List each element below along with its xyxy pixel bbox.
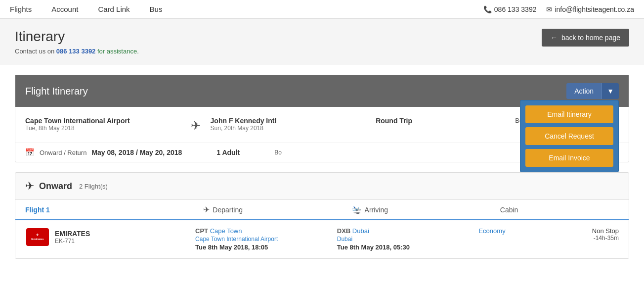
to-date: Sun, 20th May 2018 xyxy=(211,125,366,132)
non-stop-label: Non Stop xyxy=(592,227,619,235)
from-date: Tue, 8th May 2018 xyxy=(25,125,181,132)
depart-codes: CPT Cape Town xyxy=(195,227,337,235)
action-dropdown-toggle[interactable]: ▼ xyxy=(601,83,619,99)
email-itinerary-button[interactable]: Email Itinerary xyxy=(525,105,613,123)
top-navigation: Flights Account Card Link Bus 📞 086 133 … xyxy=(0,0,644,19)
to-airport: John F Kennedy Intl xyxy=(211,117,366,125)
onward-header: ✈ Onward 2 Flight(s) xyxy=(15,173,629,200)
departing-icon: ✈ xyxy=(203,205,210,214)
flight-detail-table: Flight 1 ✈ Departing 🛬 Arriving Cabin ✈ xyxy=(15,200,629,258)
phone-number: 086 133 3392 xyxy=(494,5,537,13)
passengers-count: 1 Adult xyxy=(216,148,240,156)
page-title: Itinerary xyxy=(15,29,139,45)
onward-plane-icon: ✈ xyxy=(25,180,34,193)
flight-itinerary-title: Flight Itinerary xyxy=(25,86,88,97)
header-left: Itinerary Contact us on 086 133 3392 for… xyxy=(15,29,139,55)
nav-links: Flights Account Card Link Bus xyxy=(10,5,483,13)
cabin-class: Economy xyxy=(478,227,592,235)
arrive-city: Dubai xyxy=(352,227,369,235)
nav-phone: 📞 086 133 3392 xyxy=(483,5,537,13)
arriving-icon: 🛬 xyxy=(352,205,362,214)
depart-info: CPT Cape Town Cape Town International Ai… xyxy=(195,227,337,251)
airline-logo: ✈ Emirates xyxy=(25,227,50,247)
nav-bus[interactable]: Bus xyxy=(150,5,163,13)
from-airport: Cape Town International Airport xyxy=(25,117,181,125)
onward-title: Onward xyxy=(39,181,72,192)
flight-direction-icon: ✈ xyxy=(191,117,201,133)
action-dropdown: Email Itinerary Cancel Request Email Inv… xyxy=(520,100,619,172)
cabin-info: Economy xyxy=(478,227,592,235)
flight-from: Cape Town International Airport Tue, 8th… xyxy=(25,117,181,132)
depart-time: Tue 8th May 2018, 18:05 xyxy=(195,244,337,251)
phone-icon: 📞 xyxy=(483,5,492,13)
flights-count: 2 Flight(s) xyxy=(79,183,108,190)
airline-info: ✈ Emirates EMIRATES EK-771 xyxy=(25,227,195,247)
flight-itinerary-header: Flight Itinerary Action ▼ Email Itinerar… xyxy=(15,75,629,107)
flight-dates: May 08, 2018 / May 20, 2018 xyxy=(91,148,182,156)
emirates-logo-image: ✈ Emirates xyxy=(26,228,49,246)
arrive-codes: DXB Dubai xyxy=(337,227,479,235)
airline-code: EK-771 xyxy=(55,238,90,245)
email-address: info@flightsiteagent.co.za xyxy=(555,5,634,13)
arrive-info: DXB Dubai Dubai Tue 8th May 2018, 05:30 xyxy=(337,227,479,251)
nav-account[interactable]: Account xyxy=(51,5,78,13)
nav-flights[interactable]: Flights xyxy=(10,5,32,13)
depart-city: Cape Town xyxy=(210,227,242,235)
main-content: Flight Itinerary Action ▼ Email Itinerar… xyxy=(0,65,644,274)
departing-col-header: ✈ Departing xyxy=(203,205,351,214)
nav-cardlink[interactable]: Card Link xyxy=(98,5,129,13)
flight-table-header: Flight 1 ✈ Departing 🛬 Arriving Cabin xyxy=(15,200,629,220)
stop-info: Non Stop -14h-35m xyxy=(592,227,619,242)
arrive-time: Tue 8th May 2018, 05:30 xyxy=(337,244,479,251)
contact-info: Contact us on 086 133 3392 for assistanc… xyxy=(15,48,139,55)
flight-itinerary-card: Flight Itinerary Action ▼ Email Itinerar… xyxy=(15,75,629,162)
cancel-request-button[interactable]: Cancel Request xyxy=(525,127,613,145)
contact-phone: 086 133 3392 xyxy=(56,48,96,55)
nav-contact: 📞 086 133 3392 ✉ info@flightsiteagent.co… xyxy=(483,5,634,13)
arriving-col-header: 🛬 Arriving xyxy=(352,205,500,214)
back-arrow-icon: ← xyxy=(551,34,558,42)
cabin-col-header: Cabin xyxy=(500,206,619,214)
action-btn-group: Action ▼ Email Itinerary Cancel Request … xyxy=(566,83,619,99)
arrive-airport: Dubai xyxy=(337,236,479,243)
back-btn-label: back to home page xyxy=(561,34,620,42)
flight-row: ✈ Emirates EMIRATES EK-771 CPT Cape Town xyxy=(15,220,629,258)
back-to-home-button[interactable]: ← back to home page xyxy=(542,29,629,47)
calendar-icon: 📅 xyxy=(25,148,35,157)
header-section: Itinerary Contact us on 086 133 3392 for… xyxy=(0,19,644,65)
trip-type: Round Trip xyxy=(376,117,505,125)
action-button[interactable]: Action xyxy=(566,83,601,99)
contact-prefix: Contact us on xyxy=(15,48,56,55)
departing-label-text: Departing xyxy=(213,206,243,214)
airline-name-code: EMIRATES EK-771 xyxy=(55,230,90,245)
onward-section: ✈ Onward 2 Flight(s) Flight 1 ✈ Departin… xyxy=(15,172,629,259)
nav-email: ✉ info@flightsiteagent.co.za xyxy=(546,5,634,13)
depart-iata: CPT xyxy=(195,227,208,235)
onward-return-label: Onward / Return xyxy=(40,149,86,156)
arriving-label-text: Arriving xyxy=(365,206,388,214)
arrive-iata: DXB xyxy=(337,227,350,235)
flight-duration: -14h-35m xyxy=(594,235,619,242)
flight-type: Round Trip xyxy=(376,117,505,125)
depart-airport: Cape Town International Airport xyxy=(195,236,337,243)
flight-to: John F Kennedy Intl Sun, 20th May 2018 xyxy=(211,117,366,132)
email-invoice-button[interactable]: Email Invoice xyxy=(525,149,613,167)
airline-name: EMIRATES xyxy=(55,230,90,238)
email-icon: ✉ xyxy=(546,5,552,13)
booking-ref2: Bo xyxy=(274,149,282,156)
contact-suffix[interactable]: for assistance. xyxy=(95,48,138,55)
flight-col-header: Flight 1 xyxy=(25,206,203,214)
